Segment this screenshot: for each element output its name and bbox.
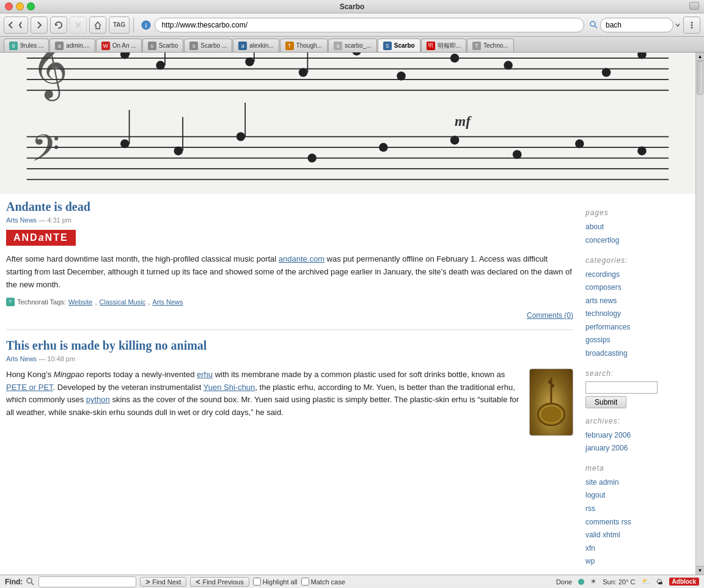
search-dropdown-icon[interactable] — [675, 22, 681, 28]
svg-point-30 — [156, 61, 165, 70]
sidebar-concertlog[interactable]: concertlog — [585, 234, 689, 248]
scrollbar-track[interactable] — [696, 61, 704, 566]
tab-techno[interactable]: T Techno... — [467, 39, 514, 52]
title-bar: Scarbo — [0, 0, 704, 13]
svg-rect-9 — [0, 53, 695, 194]
tab-favicon: 明 — [427, 42, 435, 50]
scrollbar-up-arrow[interactable]: ▲ — [696, 53, 704, 61]
tag-classical-music[interactable]: Classical Music — [100, 298, 146, 306]
forward-button[interactable] — [31, 17, 48, 34]
svg-point-54 — [575, 139, 584, 149]
tab-label: Scarbo — [394, 42, 415, 49]
sidebar-gossips[interactable]: gossips — [585, 334, 689, 347]
security-icon: i — [140, 19, 152, 31]
sidebar-feb2006[interactable]: february 2006 — [585, 429, 689, 443]
minimize-button[interactable] — [16, 2, 24, 10]
svg-point-51 — [379, 143, 388, 152]
search-title: search: — [585, 369, 689, 378]
tab-favicon: s — [189, 42, 198, 50]
tab-scarbo-u[interactable]: s scarbo_... — [328, 39, 377, 52]
archives-title: archives: — [585, 417, 689, 425]
sidebar: pages about concertlog categories: recor… — [579, 200, 695, 568]
post-category-link[interactable]: Arts News — [6, 216, 37, 224]
sidebar-performances[interactable]: performances — [585, 321, 689, 334]
weather-icon2: ⛅ — [642, 578, 650, 586]
tab-mingpao[interactable]: 明 明報即... — [421, 39, 466, 52]
highlight-label: Highlight all — [263, 578, 298, 586]
find-search-icon — [26, 578, 35, 586]
sidebar-broadcasting[interactable]: broadcasting — [585, 347, 689, 361]
find-text-input[interactable] — [38, 576, 136, 587]
find-prev-button[interactable]: Find Previous — [190, 577, 249, 587]
sidebar-recordings[interactable]: recordings — [585, 268, 689, 282]
tab-favicon: 9 — [9, 42, 18, 50]
sidebar-comments-rss[interactable]: comments rss — [585, 516, 689, 529]
pete-pet-link[interactable]: PETE or PET — [6, 383, 53, 392]
find-next-button[interactable]: Find Next — [140, 577, 186, 587]
categories-title: categories: — [585, 256, 689, 265]
toolbar-separator — [133, 18, 134, 32]
tab-scarbo1[interactable]: s Scarbo — [142, 39, 184, 52]
scrollbar-down-arrow[interactable]: ▼ — [696, 566, 704, 575]
tab-favicon: s — [334, 42, 342, 50]
tab-scarbo2[interactable]: s Scarbo ... — [184, 39, 232, 52]
tab-scarbo-active[interactable]: S Scarbo — [378, 39, 420, 52]
sidebar-rss[interactable]: rss — [585, 502, 689, 516]
toolbar-options-button[interactable] — [683, 17, 700, 34]
back-button[interactable] — [4, 17, 28, 34]
comments-link[interactable]: Comments (0) — [6, 311, 573, 320]
andante-com-link[interactable]: andante.com — [279, 254, 324, 263]
svg-text:𝄢: 𝄢 — [31, 128, 60, 178]
sidebar-arts-news[interactable]: arts news — [585, 295, 689, 308]
adblock-button[interactable]: Adblock — [669, 578, 699, 586]
title-bar-right — [689, 2, 699, 12]
resize-button[interactable] — [689, 2, 699, 10]
music-notation-bg: 𝄞 𝄢 𝄞 — [0, 53, 695, 194]
sidebar-wp[interactable]: wp — [585, 555, 689, 568]
post-title-link[interactable]: Andante is dead — [6, 200, 90, 213]
address-input[interactable] — [155, 18, 584, 32]
highlight-wrap: Highlight all — [253, 578, 298, 586]
svg-point-8 — [691, 26, 693, 28]
sidebar-search-input[interactable] — [585, 381, 658, 394]
tag-website[interactable]: Website — [68, 298, 93, 306]
home-button[interactable] — [89, 17, 106, 34]
browser-content: 𝄞 𝄢 𝄞 — [0, 53, 704, 575]
match-case-checkbox[interactable] — [301, 578, 309, 586]
tab-9rules[interactable]: 9 9rules ... — [4, 39, 49, 52]
post2-title-link[interactable]: This erhu is made by killing no animal — [6, 339, 207, 352]
tag-button[interactable]: TAG — [109, 17, 130, 34]
window-controls[interactable] — [5, 2, 35, 10]
tab-though[interactable]: T Though... — [280, 39, 328, 52]
tag-arts-news[interactable]: Arts News — [152, 298, 183, 306]
tab-onan[interactable]: W On An ... — [96, 39, 142, 52]
tab-admin[interactable]: a admin.... — [50, 39, 95, 52]
python-link[interactable]: python — [86, 395, 110, 404]
sidebar-jan2006[interactable]: january 2006 — [585, 442, 689, 455]
tab-alexkin[interactable]: a alexkin... — [233, 39, 279, 52]
svg-point-39 — [602, 68, 611, 77]
browser-search-input[interactable] — [600, 18, 673, 32]
reload-button[interactable] — [50, 17, 67, 34]
sidebar-valid-xhtml[interactable]: valid xhtml — [585, 529, 689, 542]
tab-label: 明報即... — [438, 42, 461, 50]
tab-favicon: s — [148, 42, 156, 50]
highlight-checkbox[interactable] — [253, 578, 261, 586]
sidebar-logout[interactable]: logout — [585, 489, 689, 502]
weather-icon: ☀ — [590, 578, 596, 586]
svg-text:mf: mf — [455, 113, 472, 129]
sidebar-about[interactable]: about — [585, 221, 689, 234]
sidebar-xfn[interactable]: xfn — [585, 542, 689, 556]
yuen-link[interactable]: Yuen Shi-chun — [204, 383, 255, 392]
sidebar-composers[interactable]: composers — [585, 281, 689, 295]
post2-category-link[interactable]: Arts News — [6, 355, 37, 362]
maximize-button[interactable] — [27, 2, 35, 10]
sidebar-site-admin[interactable]: site admin — [585, 476, 689, 490]
sidebar-technology[interactable]: technology — [585, 307, 689, 321]
stop-button[interactable] — [70, 17, 87, 34]
scrollbar-thumb[interactable] — [697, 61, 703, 95]
close-button[interactable] — [5, 2, 13, 10]
erhu-link[interactable]: erhu — [197, 370, 213, 379]
svg-point-66 — [538, 403, 565, 425]
sidebar-search-button[interactable]: Search — [585, 396, 626, 408]
